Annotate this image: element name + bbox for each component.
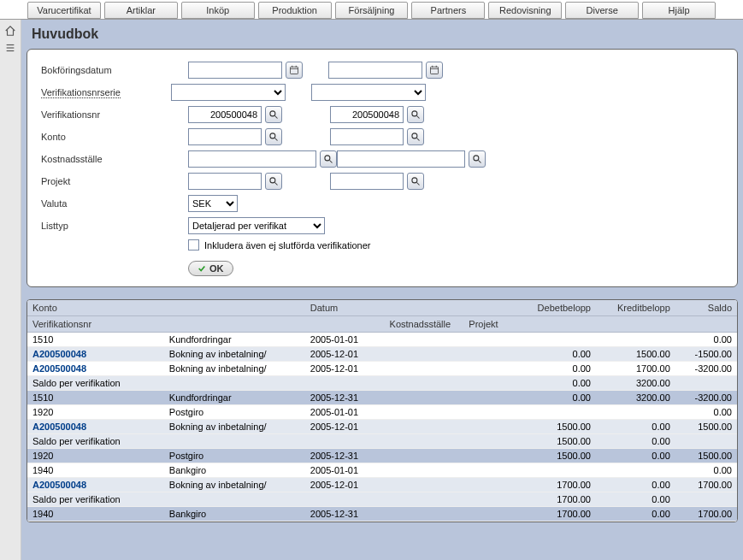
tab-redovisning[interactable]: Redovisning [488,2,562,19]
search-icon[interactable] [407,106,424,123]
verifikation-link[interactable]: A200500048 [32,421,86,432]
search-icon[interactable] [407,128,424,145]
table-cell [463,391,516,405]
konto-to-input[interactable] [330,128,404,145]
col-projekt: Projekt [463,316,516,333]
label-listtyp: Listtyp [41,221,188,231]
table-row[interactable]: 1920Postgiro2005-12-311500.000.001500.00 [27,449,737,463]
table-cell [463,405,516,420]
table-cell: 0.00 [516,347,596,362]
col-verifikationsnr: Verifikationsnr [27,316,305,333]
tab-hjalp[interactable]: Hjälp [642,2,716,19]
main-content: Huvudbok Bokföringsdatum Verifikationsnr… [21,20,743,560]
table-cell: 1940 [27,463,164,478]
label-kostnadsstalle: Kostnadsställe [41,154,188,164]
ok-button[interactable]: OK [188,261,233,276]
table-row[interactable]: A200500048Bokning av inbetalning/2005-12… [27,420,737,434]
table-row[interactable]: A200500048Bokning av inbetalning/2005-12… [27,478,737,492]
tab-artiklar[interactable]: Artiklar [104,2,178,19]
list-icon[interactable] [4,42,16,54]
table-row[interactable]: 1940Bankgiro2005-12-311700.000.001700.00 [27,507,737,522]
table-cell: 1510 [27,391,164,405]
table-cell [463,449,516,463]
table-cell: 2005-12-31 [305,449,385,463]
search-icon[interactable] [265,106,282,123]
col-debetbelopp: Debetbelopp [516,300,596,316]
bokforingsdatum-from-input[interactable] [188,62,282,79]
table-cell: Bokning av inbetalning/ [164,478,305,492]
kostnadsstalle-from-input[interactable] [188,150,316,168]
table-cell: Saldo per verifikation [27,492,164,507]
table-cell: 2005-12-01 [305,347,385,362]
table-cell: 2005-01-01 [305,333,385,347]
tab-forsaljning[interactable]: Försäljning [335,2,409,19]
kostnadsstalle-to-input[interactable] [337,150,465,168]
listtyp-select[interactable]: Detaljerad per verifikat [188,217,325,234]
table-cell [385,376,464,391]
projekt-to-input[interactable] [330,173,404,190]
table-row[interactable]: A200500048Bokning av inbetalning/2005-12… [27,347,737,362]
table-cell: 1500.00 [675,449,737,463]
table-cell [164,434,305,449]
home-icon[interactable] [4,25,16,37]
verifikation-link[interactable]: A200500048 [32,363,86,374]
table-row[interactable]: A200500048Bokning av inbetalning/2005-12… [27,362,737,376]
table-row[interactable]: 1940Bankgiro2005-01-010.00 [27,463,737,478]
table-cell [675,492,737,507]
search-icon[interactable] [469,150,486,168]
konto-from-input[interactable] [188,128,262,145]
table-cell: 0.00 [596,449,675,463]
inkludera-checkbox[interactable] [188,239,199,251]
table-row[interactable]: 1510Kundfordringar2005-12-310.003200.00-… [27,391,737,405]
table-row[interactable]: Saldo per verifikation1700.000.00 [27,492,737,507]
verifikation-link[interactable]: A200500048 [32,349,86,359]
table-row[interactable]: 1510Kundfordringar2005-01-010.00 [27,333,737,347]
verifikationsnr-from-input[interactable] [188,106,262,123]
calendar-icon[interactable] [286,62,303,79]
table-cell [305,492,385,507]
svg-point-19 [325,156,330,161]
top-menu: Varucertifikat Artiklar Inköp Produktion… [0,0,743,20]
table-cell: 3200.00 [596,391,675,405]
table-row[interactable]: Saldo per verifikation0.003200.00 [27,376,737,391]
table-cell: 1700.00 [516,507,596,522]
table-cell: Postgiro [164,405,305,420]
search-icon[interactable] [320,150,337,168]
table-cell: 1500.00 [516,434,596,449]
verifikationsnr-to-input[interactable] [330,106,404,123]
label-bokforingsdatum: Bokföringsdatum [41,65,188,75]
tab-inkop[interactable]: Inköp [181,2,255,19]
search-icon[interactable] [265,173,282,190]
table-cell [385,362,464,376]
table-cell [675,376,737,391]
table-row[interactable]: 1920Postgiro2005-01-010.00 [27,405,737,420]
verifikationsnrserie-to-select[interactable] [311,84,426,101]
bokforingsdatum-to-input[interactable] [328,62,422,79]
table-cell: Kundfordringar [164,333,305,347]
table-cell: 0.00 [675,405,737,420]
table-cell: Bokning av inbetalning/ [164,362,305,376]
valuta-select[interactable]: SEK [188,195,238,212]
table-cell [463,333,516,347]
tab-varucertifikat[interactable]: Varucertifikat [27,2,101,19]
table-cell [516,405,596,420]
table-cell: Saldo per verifikation [27,434,164,449]
verifikation-link[interactable]: A200500048 [32,480,86,490]
svg-line-26 [417,183,420,186]
calendar-icon[interactable] [426,62,443,79]
verifikationsnrserie-from-select[interactable] [171,84,286,101]
tab-partners[interactable]: Partners [411,2,485,19]
tab-produktion[interactable]: Produktion [258,2,332,19]
sidebar [0,20,21,560]
projekt-from-input[interactable] [188,173,262,190]
svg-line-12 [275,116,278,119]
page-title: Huvudbok [27,23,738,49]
search-icon[interactable] [407,173,424,190]
result-grid: Konto Datum Debetbelopp Kreditbelopp Sal… [27,299,738,522]
table-cell: 1700.00 [516,492,596,507]
table-row[interactable]: Saldo per verifikation1500.000.00 [27,434,737,449]
search-icon[interactable] [265,128,282,145]
table-cell: 2005-12-01 [305,478,385,492]
tab-diverse[interactable]: Diverse [565,2,639,19]
table-cell [463,376,516,391]
